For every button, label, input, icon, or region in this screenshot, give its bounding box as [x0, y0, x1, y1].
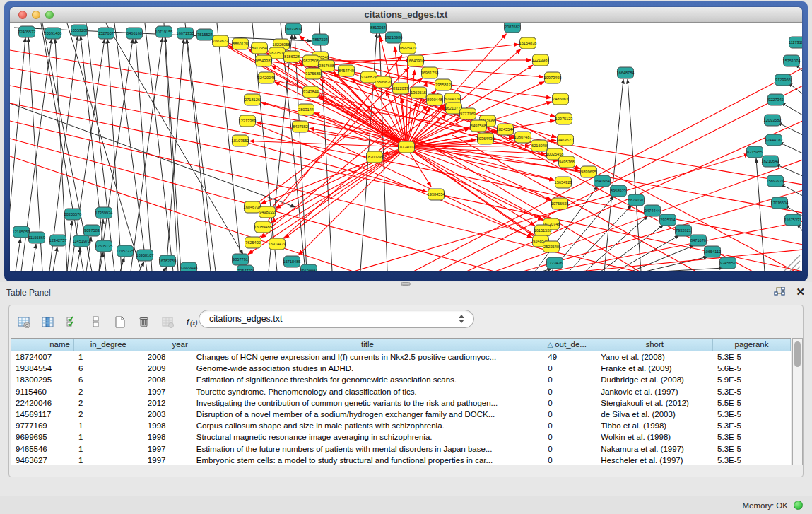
graph-node[interactable]: 8466160 — [126, 28, 143, 39]
graph-node[interactable]: 10973493 — [544, 72, 562, 83]
table-cell[interactable]: 0 — [543, 386, 596, 397]
graph-node[interactable]: 8912954 — [252, 42, 268, 54]
graph-node[interactable]: 22405572 — [18, 26, 36, 37]
graph-node[interactable]: 16151520 — [534, 225, 552, 236]
table-cell[interactable]: 5.3E-5 — [713, 386, 791, 397]
table-cell[interactable]: 0 — [543, 431, 596, 443]
table-cell[interactable]: 18724007 — [11, 351, 74, 363]
float-panel-icon[interactable] — [774, 287, 786, 298]
table-cell[interactable]: 5.3E-5 — [713, 351, 791, 363]
table-row[interactable]: 977716911998Corpus callosum shape and si… — [11, 420, 791, 431]
graph-node[interactable]: 12185051 — [13, 226, 30, 238]
graph-edge[interactable] — [32, 244, 36, 271]
rows-icon[interactable] — [88, 314, 104, 329]
graph-node[interactable]: 9129966 — [775, 74, 792, 86]
graph-node[interactable]: 8471676 — [690, 235, 707, 246]
graph-node[interactable]: 11173104 — [789, 37, 802, 48]
graph-node[interactable]: 9227342 — [768, 94, 784, 105]
table-cell[interactable]: Genome-wide association studies in ADHD. — [192, 363, 544, 374]
table-cell[interactable]: Nakamura et al. (1997) — [596, 443, 713, 455]
graph-edge[interactable] — [67, 221, 72, 271]
graph-edge[interactable] — [775, 164, 802, 176]
graph-node[interactable]: 8860128 — [233, 38, 249, 49]
table-cell[interactable]: 1998 — [143, 431, 192, 443]
table-cell[interactable]: Jankovic et al. (1997) — [596, 386, 713, 397]
graph-node[interactable]: 10807487 — [514, 132, 532, 143]
graph-node[interactable]: 9175685 — [305, 68, 322, 79]
table-cell[interactable]: 49 — [543, 351, 596, 363]
column-header-outde[interactable]: △out_de... — [543, 339, 596, 351]
table-cell[interactable]: 2 — [74, 409, 143, 420]
network-window-frame[interactable]: citations_edges.txt 18724007766382288601… — [4, 1, 808, 281]
graph-node[interactable]: 12444183 — [765, 134, 783, 146]
graph-edge[interactable] — [777, 122, 802, 135]
graph-node[interactable]: 2087682 — [505, 23, 521, 33]
table-cell[interactable]: 0 — [543, 443, 596, 455]
graph-edge[interactable] — [276, 149, 403, 209]
resize-grip[interactable] — [784, 255, 800, 271]
table-cell[interactable]: 5.6E-5 — [713, 363, 791, 374]
graph-node[interactable]: 20364436 — [477, 133, 495, 144]
graph-node[interactable]: 8215955 — [747, 146, 763, 158]
close-panel-icon[interactable]: ✕ — [796, 286, 805, 298]
graph-node[interactable]: 16914479 — [269, 238, 286, 250]
graph-edge[interactable] — [53, 247, 57, 271]
graph-node[interactable]: 16782759 — [159, 255, 177, 267]
graph-node[interactable]: 17016504 — [771, 197, 789, 209]
table-cell[interactable]: Stergiakouli et al. (2012) — [596, 397, 713, 409]
graph-edge[interactable] — [41, 23, 83, 271]
table-cell[interactable]: 2012 — [143, 397, 192, 409]
table-cell[interactable]: 1 — [74, 420, 143, 431]
network-canvas[interactable]: 1872400776638228860128891295418226058982… — [10, 23, 802, 271]
scrollbar-thumb[interactable] — [794, 341, 801, 367]
column-header-indegree[interactable]: in_degree — [74, 339, 143, 351]
column-header-short[interactable]: short — [596, 339, 713, 351]
graph-node[interactable]: 15885620 — [375, 76, 392, 88]
table-cell[interactable]: Structural magnetic resonance image aver… — [192, 431, 544, 443]
table-cell[interactable]: 2 — [74, 397, 143, 409]
graph-node[interactable]: 8454749 — [339, 65, 355, 76]
table-cell[interactable]: 2 — [74, 386, 143, 397]
table-cell[interactable]: 6 — [74, 363, 143, 374]
graph-node[interactable]: 12505135 — [95, 240, 113, 252]
graph-node[interactable]: 16648784 — [617, 67, 635, 78]
graph-node[interactable]: 9097583 — [84, 225, 100, 236]
graph-edge[interactable] — [259, 90, 436, 237]
graph-edge[interactable] — [319, 60, 531, 61]
graph-node[interactable]: 9474444 — [645, 205, 661, 216]
table-cell[interactable]: 19384554 — [11, 363, 74, 374]
table-cell[interactable]: 1997 — [143, 386, 192, 397]
graph-node[interactable]: 7857224 — [312, 34, 329, 45]
graph-node[interactable]: 9777169 — [460, 108, 476, 119]
table-cell[interactable]: de Silva et al. (2003) — [596, 409, 713, 420]
table-cell[interactable]: 5.3E-5 — [713, 455, 791, 466]
graph-node[interactable]: 11156869 — [28, 232, 45, 243]
graph-node[interactable]: 18325419 — [399, 42, 417, 54]
graph-node[interactable]: 16046738 — [244, 201, 261, 213]
table-cell[interactable]: 5.9E-5 — [713, 374, 791, 385]
graph-edge[interactable] — [16, 238, 20, 271]
node-attribute-table[interactable]: namein_degreeyeartitle△out_de...shortpag… — [11, 338, 791, 465]
table-cell[interactable]: 9465546 — [11, 443, 74, 455]
graph-node[interactable]: 2935114 — [660, 214, 676, 226]
graph-node[interactable]: 9857791 — [233, 254, 249, 265]
column-selector-icon[interactable] — [40, 314, 56, 329]
graph-node[interactable]: 8990448 — [427, 94, 443, 105]
graph-edge[interactable] — [10, 86, 802, 245]
table-cell[interactable]: 9463627 — [11, 455, 74, 466]
table-cell[interactable]: 22420046 — [11, 397, 74, 409]
graph-edge[interactable] — [164, 23, 178, 271]
table-cell[interactable]: 1 — [74, 431, 143, 443]
graph-node[interactable]: 8322037 — [393, 83, 409, 94]
table-cell[interactable]: 2009 — [143, 363, 192, 374]
graph-node[interactable]: 15751074 — [783, 55, 801, 66]
table-row[interactable]: 1938455462009Genome-wide association stu… — [11, 363, 791, 374]
graph-node[interactable]: 12923448 — [180, 262, 198, 271]
graph-node[interactable]: 9495768 — [559, 156, 575, 168]
table-cell[interactable]: Dudbridge et al. (2008) — [596, 374, 713, 385]
table-row[interactable]: 969969511998Structural magnetic resonanc… — [11, 431, 791, 443]
graph-node[interactable]: 11451970 — [73, 235, 90, 247]
graph-node[interactable]: 6679197 — [628, 194, 645, 206]
table-cell[interactable]: Embryonic stem cells: a model to study s… — [192, 455, 544, 466]
table-cell[interactable]: 2008 — [143, 374, 192, 385]
